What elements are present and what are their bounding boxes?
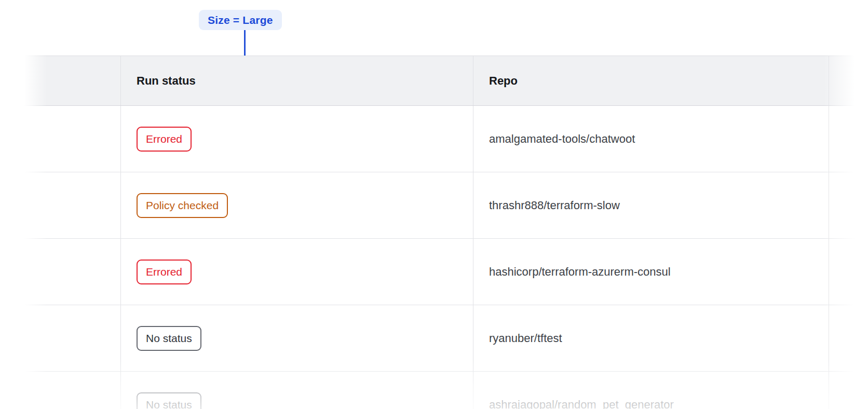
table-row[interactable]: Errored hashicorp/terraform-azurerm-cons… — [24, 239, 868, 305]
run-status-badge: Policy checked — [137, 193, 228, 218]
header-cell-empty — [24, 56, 121, 105]
page: Size = Large Run status Repo Errored ama… — [0, 0, 868, 409]
table-header-row: Run status Repo — [24, 56, 868, 106]
table-row[interactable]: No status ryanuber/tftest — [24, 305, 868, 372]
column-header-run-status: Run status — [137, 74, 196, 88]
repo-name[interactable]: amalgamated-tools/chatwoot — [489, 132, 635, 146]
table-row[interactable]: Policy checked thrashr888/terraform-slow — [24, 172, 868, 239]
run-status-badge: Errored — [137, 260, 192, 284]
table-row[interactable]: Errored amalgamated-tools/chatwoot — [24, 106, 868, 172]
workspaces-table: Run status Repo Errored amalgamated-tool… — [24, 56, 868, 409]
header-cell-repo: Repo — [473, 56, 829, 105]
repo-name[interactable]: hashicorp/terraform-azurerm-consul — [489, 265, 671, 279]
header-cell-trailing — [829, 56, 868, 105]
repo-name[interactable]: ashrajagopal/random_pet_generator — [489, 398, 674, 409]
column-header-repo: Repo — [489, 74, 518, 88]
run-status-badge: No status — [137, 392, 201, 409]
run-status-badge: No status — [137, 326, 201, 351]
size-annotation-pill: Size = Large — [199, 10, 282, 30]
run-status-badge: Errored — [137, 127, 192, 152]
table-row[interactable]: No status ashrajagopal/random_pet_genera… — [24, 372, 868, 409]
header-cell-run-status: Run status — [121, 56, 473, 105]
size-annotation-label: Size = Large — [208, 14, 273, 26]
repo-name[interactable]: ryanuber/tftest — [489, 332, 562, 345]
repo-name[interactable]: thrashr888/terraform-slow — [489, 199, 620, 212]
